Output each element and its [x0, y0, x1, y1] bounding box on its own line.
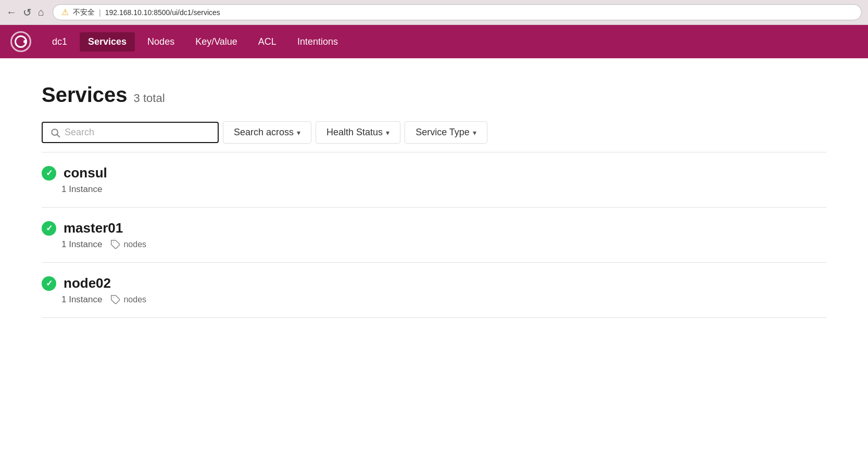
health-passing-icon [42, 221, 56, 236]
nav-item-nodes[interactable]: Nodes [139, 32, 183, 52]
service-name: master01 [64, 220, 123, 236]
browser-nav: ← ↺ ⌂ [6, 6, 44, 19]
chevron-down-icon: ▾ [297, 129, 300, 137]
tag-label: nodes [123, 295, 146, 304]
home-button[interactable]: ⌂ [38, 6, 44, 18]
security-label: 不安全 [73, 8, 95, 17]
nav-item-keyvalue[interactable]: Key/Value [187, 32, 246, 52]
tag-badge: nodes [110, 239, 146, 250]
search-icon [50, 127, 60, 138]
security-warning-icon: ⚠ [61, 7, 69, 17]
reload-button[interactable]: ↺ [23, 6, 32, 19]
service-meta: 1 Instance nodes [61, 239, 826, 250]
tag-badge: nodes [110, 294, 146, 305]
page-header: Services 3 total [42, 83, 826, 107]
search-input[interactable] [65, 127, 210, 138]
list-item[interactable]: consul 1 Instance [42, 152, 826, 208]
search-across-dropdown[interactable]: Search across ▾ [223, 121, 311, 144]
health-passing-icon [42, 276, 56, 291]
instance-count: 1 Instance [61, 294, 102, 305]
browser-chrome: ← ↺ ⌂ ⚠ 不安全 | 192.168.10.10:8500/ui/dc1/… [0, 0, 868, 25]
filter-bar: Search across ▾ Health Status ▾ Service … [42, 121, 826, 152]
back-button[interactable]: ← [6, 6, 17, 18]
app-logo [10, 31, 31, 52]
service-name: node02 [64, 275, 111, 291]
health-passing-icon [42, 166, 56, 181]
chevron-down-icon: ▾ [473, 129, 476, 137]
nav-item-intentions[interactable]: Intentions [289, 32, 346, 52]
consul-logo [10, 31, 31, 52]
service-header: node02 [42, 275, 826, 291]
address-bar[interactable]: ⚠ 不安全 | 192.168.10.10:8500/ui/dc1/servic… [53, 4, 862, 20]
page-count: 3 total [134, 92, 165, 105]
service-type-dropdown[interactable]: Service Type ▾ [405, 121, 487, 144]
nav-item-services[interactable]: Services [80, 32, 135, 52]
service-meta: 1 Instance [61, 184, 826, 195]
tag-icon [110, 239, 121, 250]
instance-count: 1 Instance [61, 184, 102, 195]
chevron-down-icon: ▾ [386, 129, 389, 137]
separator: | [99, 8, 101, 17]
tag-icon [110, 294, 121, 305]
search-box[interactable] [42, 122, 219, 143]
nav-item-acl[interactable]: ACL [250, 32, 285, 52]
list-item[interactable]: master01 1 Instance nodes [42, 208, 826, 263]
url-text: 192.168.10.10:8500/ui/dc1/services [105, 8, 220, 17]
health-status-label: Health Status [326, 127, 383, 138]
tag-label: nodes [123, 240, 146, 249]
service-name: consul [64, 165, 107, 181]
list-item[interactable]: node02 1 Instance nodes [42, 263, 826, 318]
service-header: master01 [42, 220, 826, 236]
service-meta: 1 Instance nodes [61, 294, 826, 305]
main-content: Services 3 total Search across ▾ Health … [0, 58, 868, 474]
service-type-label: Service Type [416, 127, 470, 138]
nav-datacenter[interactable]: dc1 [44, 36, 76, 47]
svg-line-1 [57, 134, 60, 137]
health-status-dropdown[interactable]: Health Status ▾ [316, 121, 400, 144]
search-across-label: Search across [234, 127, 294, 138]
service-list: consul 1 Instance master01 1 Instance no… [42, 152, 826, 318]
app-nav: dc1 Services Nodes Key/Value ACL Intenti… [0, 25, 868, 58]
instance-count: 1 Instance [61, 239, 102, 250]
page-title: Services [42, 83, 128, 107]
service-header: consul [42, 165, 826, 181]
